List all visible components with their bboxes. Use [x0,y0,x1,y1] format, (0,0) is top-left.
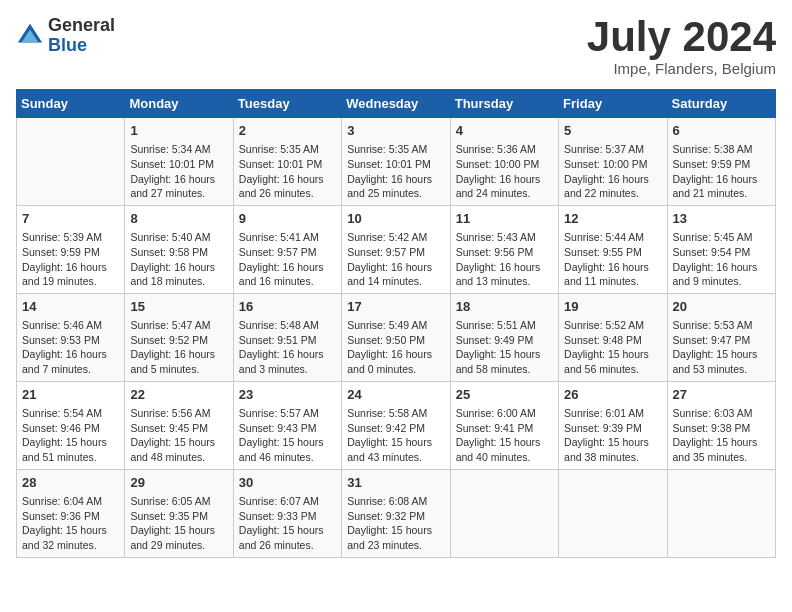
calendar-cell: 19Sunrise: 5:52 AMSunset: 9:48 PMDayligh… [559,293,667,381]
calendar-cell: 3Sunrise: 5:35 AMSunset: 10:01 PMDayligh… [342,118,450,206]
cell-content-line: Sunrise: 5:35 AM [347,142,444,157]
page-header: General Blue July 2024 Impe, Flanders, B… [16,16,776,77]
cell-content-line: Daylight: 16 hours [22,260,119,275]
cell-content-line: Daylight: 16 hours [456,172,553,187]
day-number: 8 [130,210,227,228]
day-number: 5 [564,122,661,140]
cell-content-line: Sunset: 9:33 PM [239,509,336,524]
cell-content-line: Daylight: 15 hours [239,523,336,538]
calendar-cell: 23Sunrise: 5:57 AMSunset: 9:43 PMDayligh… [233,381,341,469]
cell-content-line: Sunrise: 5:42 AM [347,230,444,245]
calendar-cell: 29Sunrise: 6:05 AMSunset: 9:35 PMDayligh… [125,469,233,557]
day-number: 6 [673,122,770,140]
cell-content-line: and 9 minutes. [673,274,770,289]
weekday-header-monday: Monday [125,90,233,118]
day-number: 13 [673,210,770,228]
cell-content-line: and 25 minutes. [347,186,444,201]
day-number: 19 [564,298,661,316]
logo-text: General Blue [48,16,115,56]
day-number: 14 [22,298,119,316]
weekday-header-thursday: Thursday [450,90,558,118]
cell-content-line: and 35 minutes. [673,450,770,465]
calendar-cell: 7Sunrise: 5:39 AMSunset: 9:59 PMDaylight… [17,205,125,293]
calendar-cell: 28Sunrise: 6:04 AMSunset: 9:36 PMDayligh… [17,469,125,557]
cell-content-line: Sunset: 9:45 PM [130,421,227,436]
cell-content-line: Daylight: 15 hours [22,435,119,450]
calendar-table: SundayMondayTuesdayWednesdayThursdayFrid… [16,89,776,558]
calendar-cell: 13Sunrise: 5:45 AMSunset: 9:54 PMDayligh… [667,205,775,293]
cell-content-line: Sunrise: 5:40 AM [130,230,227,245]
cell-content-line: Daylight: 16 hours [673,172,770,187]
cell-content-line: Sunset: 9:46 PM [22,421,119,436]
cell-content-line: Sunrise: 5:52 AM [564,318,661,333]
cell-content-line: and 32 minutes. [22,538,119,553]
cell-content-line: and 0 minutes. [347,362,444,377]
cell-content-line: Sunset: 10:00 PM [564,157,661,172]
day-number: 21 [22,386,119,404]
cell-content-line: Sunrise: 6:03 AM [673,406,770,421]
day-number: 3 [347,122,444,140]
calendar-cell: 14Sunrise: 5:46 AMSunset: 9:53 PMDayligh… [17,293,125,381]
cell-content-line: Sunset: 9:59 PM [673,157,770,172]
cell-content-line: Daylight: 16 hours [456,260,553,275]
cell-content-line: Sunset: 9:56 PM [456,245,553,260]
cell-content-line: Daylight: 15 hours [239,435,336,450]
week-row-2: 7Sunrise: 5:39 AMSunset: 9:59 PMDaylight… [17,205,776,293]
calendar-cell: 27Sunrise: 6:03 AMSunset: 9:38 PMDayligh… [667,381,775,469]
day-number: 22 [130,386,227,404]
calendar-cell: 6Sunrise: 5:38 AMSunset: 9:59 PMDaylight… [667,118,775,206]
cell-content-line: and 3 minutes. [239,362,336,377]
cell-content-line: and 29 minutes. [130,538,227,553]
cell-content-line: Sunset: 9:53 PM [22,333,119,348]
calendar-cell [450,469,558,557]
day-number: 28 [22,474,119,492]
cell-content-line: Sunset: 10:01 PM [347,157,444,172]
cell-content-line: Sunrise: 5:58 AM [347,406,444,421]
cell-content-line: Sunrise: 5:53 AM [673,318,770,333]
calendar-cell [667,469,775,557]
calendar-cell: 18Sunrise: 5:51 AMSunset: 9:49 PMDayligh… [450,293,558,381]
calendar-cell: 22Sunrise: 5:56 AMSunset: 9:45 PMDayligh… [125,381,233,469]
cell-content-line: Daylight: 16 hours [130,260,227,275]
cell-content-line: Sunrise: 5:46 AM [22,318,119,333]
cell-content-line: Daylight: 15 hours [347,435,444,450]
day-number: 18 [456,298,553,316]
cell-content-line: Sunset: 9:41 PM [456,421,553,436]
cell-content-line: Sunrise: 6:01 AM [564,406,661,421]
cell-content-line: and 19 minutes. [22,274,119,289]
day-number: 4 [456,122,553,140]
cell-content-line: Sunset: 9:50 PM [347,333,444,348]
day-number: 17 [347,298,444,316]
cell-content-line: Sunrise: 5:51 AM [456,318,553,333]
calendar-cell: 17Sunrise: 5:49 AMSunset: 9:50 PMDayligh… [342,293,450,381]
day-number: 29 [130,474,227,492]
cell-content-line: Sunset: 9:54 PM [673,245,770,260]
cell-content-line: Sunrise: 5:49 AM [347,318,444,333]
cell-content-line: Sunrise: 6:08 AM [347,494,444,509]
calendar-cell [559,469,667,557]
cell-content-line: Sunset: 9:49 PM [456,333,553,348]
cell-content-line: Sunset: 9:59 PM [22,245,119,260]
cell-content-line: Daylight: 15 hours [130,523,227,538]
cell-content-line: and 46 minutes. [239,450,336,465]
calendar-subtitle: Impe, Flanders, Belgium [587,60,776,77]
calendar-cell: 16Sunrise: 5:48 AMSunset: 9:51 PMDayligh… [233,293,341,381]
weekday-header-sunday: Sunday [17,90,125,118]
cell-content-line: Sunset: 9:52 PM [130,333,227,348]
cell-content-line: Sunrise: 5:43 AM [456,230,553,245]
day-number: 12 [564,210,661,228]
weekday-header-tuesday: Tuesday [233,90,341,118]
cell-content-line: Sunset: 10:00 PM [456,157,553,172]
cell-content-line: Daylight: 16 hours [22,347,119,362]
cell-content-line: Sunset: 9:55 PM [564,245,661,260]
cell-content-line: Daylight: 15 hours [22,523,119,538]
cell-content-line: Sunrise: 5:57 AM [239,406,336,421]
calendar-cell: 11Sunrise: 5:43 AMSunset: 9:56 PMDayligh… [450,205,558,293]
cell-content-line: Sunset: 9:43 PM [239,421,336,436]
cell-content-line: and 7 minutes. [22,362,119,377]
day-number: 26 [564,386,661,404]
day-number: 16 [239,298,336,316]
cell-content-line: and 27 minutes. [130,186,227,201]
cell-content-line: Sunset: 9:48 PM [564,333,661,348]
cell-content-line: and 22 minutes. [564,186,661,201]
